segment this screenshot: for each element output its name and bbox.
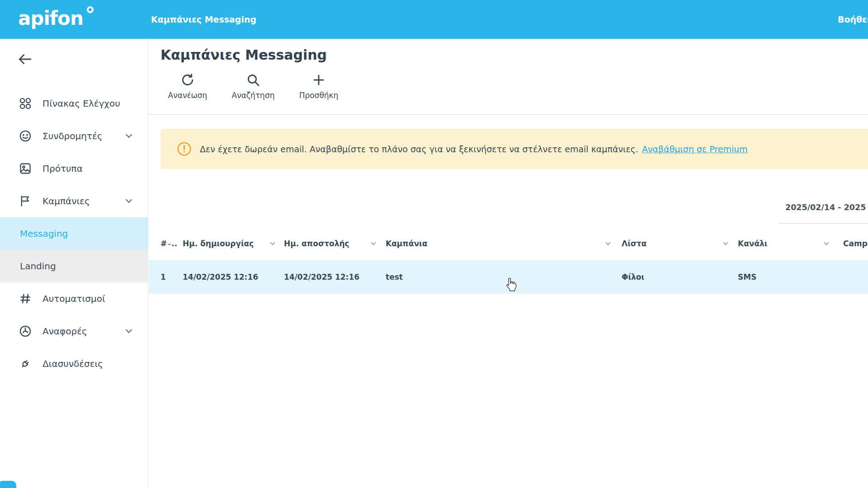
warning-banner: Δεν έχετε δωρεάν email. Αναβαθμίστε το π… xyxy=(160,129,868,169)
column-header-list[interactable]: Λίστα xyxy=(622,239,647,248)
column-header-sent[interactable]: Ημ. αποστολής xyxy=(284,239,349,248)
column-header-num[interactable]: #.. xyxy=(160,239,177,248)
sidebar-item-label: Συνδρομητές xyxy=(42,131,103,141)
templates-icon xyxy=(19,162,32,175)
sidebar: Πίνακας Ελέγχου Συνδρομητές Πρότυπα xyxy=(0,39,148,488)
header-title: Καμπάνιες Messaging xyxy=(151,0,256,39)
sidebar-item-label: Πρότυπα xyxy=(42,163,83,174)
num-label: # xyxy=(160,239,167,248)
chevron-down-icon[interactable] xyxy=(605,240,610,245)
refresh-icon xyxy=(160,71,215,89)
sidebar-item-reports[interactable]: Αναφορές xyxy=(0,315,148,347)
chevron-down-icon[interactable] xyxy=(270,240,275,245)
sidebar-item-templates[interactable]: Πρότυπα xyxy=(0,152,148,185)
column-header-campaign-en[interactable]: Campaign xyxy=(843,239,868,248)
sidebar-item-label: Αναφορές xyxy=(42,326,87,337)
page-title: Καμπάνιες Messaging xyxy=(160,47,327,63)
reports-icon xyxy=(19,325,32,338)
sidebar-item-integrations[interactable]: Διασυνδέσεις xyxy=(0,347,148,380)
date-range-filter[interactable]: 2025/02/14 - 2025 xyxy=(785,203,866,212)
toolbar-divider xyxy=(148,114,868,115)
chevron-down-icon[interactable] xyxy=(723,240,728,245)
cell-campaign: test xyxy=(386,272,403,282)
column-header-created[interactable]: Ημ. δημιουργίας xyxy=(183,239,254,248)
banner-message: Δεν έχετε δωρεάν email. Αναβαθμίστε το π… xyxy=(200,144,638,154)
chat-widget-button[interactable] xyxy=(0,481,16,488)
cell-sent: 14/02/2025 12:16 xyxy=(284,272,359,282)
help-link[interactable]: Βοήθεια xyxy=(838,0,868,39)
upgrade-premium-link[interactable]: Αναβάθμιση σε Premium xyxy=(642,144,748,154)
chevron-down-icon xyxy=(126,131,132,138)
sort-icon xyxy=(168,242,171,245)
cell-created: 14/02/2025 12:16 xyxy=(183,272,258,282)
add-button[interactable]: Προσθήκη xyxy=(292,71,346,106)
sidebar-item-campaigns[interactable]: Καμπάνιες xyxy=(0,185,148,217)
chevron-down-icon[interactable] xyxy=(824,240,829,245)
apifon-logo[interactable]: apifon xyxy=(18,7,108,33)
sidebar-item-automations[interactable]: Αυτοματισμοί xyxy=(0,282,148,315)
chevron-down-icon[interactable] xyxy=(371,240,376,245)
back-button[interactable] xyxy=(18,53,33,67)
search-icon xyxy=(226,71,280,89)
warning-icon xyxy=(177,141,192,156)
sidebar-item-label: Διασυνδέσεις xyxy=(42,358,103,369)
search-label: Αναζήτηση xyxy=(226,91,280,100)
chevron-down-icon xyxy=(126,197,132,203)
cell-list: Φίλοι xyxy=(622,272,644,282)
dashboard-icon xyxy=(19,97,32,110)
top-header: apifon Καμπάνιες Messaging Βοήθεια xyxy=(0,0,868,39)
sidebar-item-label: Καμπάνιες xyxy=(42,196,90,206)
refresh-button[interactable]: Ανανέωση xyxy=(160,71,215,106)
sidebar-nav: Πίνακας Ελέγχου Συνδρομητές Πρότυπα xyxy=(0,87,148,380)
cell-num: 1 xyxy=(160,272,166,282)
chevron-down-icon xyxy=(126,327,132,333)
add-label: Προσθήκη xyxy=(292,91,346,100)
sidebar-item-landing[interactable]: Landing xyxy=(0,250,148,282)
back-icon xyxy=(18,53,32,65)
search-button[interactable]: Αναζήτηση xyxy=(226,71,280,106)
automations-icon xyxy=(19,292,32,305)
sidebar-item-label: Αυτοματισμοί xyxy=(42,293,105,304)
sidebar-item-label: Πίνακας Ελέγχου xyxy=(42,98,120,109)
logo-text: apifon xyxy=(18,7,83,29)
num-truncation: .. xyxy=(171,239,177,248)
sidebar-item-label: Landing xyxy=(20,261,56,272)
sidebar-item-dashboard[interactable]: Πίνακας Ελέγχου xyxy=(0,87,148,120)
cell-channel: SMS xyxy=(738,272,756,282)
add-icon xyxy=(292,71,346,89)
sidebar-item-label: Messaging xyxy=(20,228,68,239)
date-range-underline xyxy=(778,223,868,224)
sidebar-item-messaging[interactable]: Messaging xyxy=(0,217,148,250)
integrations-icon xyxy=(19,357,32,370)
sidebar-item-subscribers[interactable]: Συνδρομητές xyxy=(0,120,148,152)
subscribers-icon xyxy=(19,130,32,142)
refresh-label: Ανανέωση xyxy=(160,91,215,100)
table-row[interactable]: 1 14/02/2025 12:16 14/02/2025 12:16 test… xyxy=(149,260,868,294)
column-header-campaign[interactable]: Καμπάνια xyxy=(386,239,427,248)
campaigns-icon xyxy=(19,195,32,207)
logo-ring-icon xyxy=(87,6,94,13)
column-header-channel[interactable]: Κανάλι xyxy=(738,239,768,248)
